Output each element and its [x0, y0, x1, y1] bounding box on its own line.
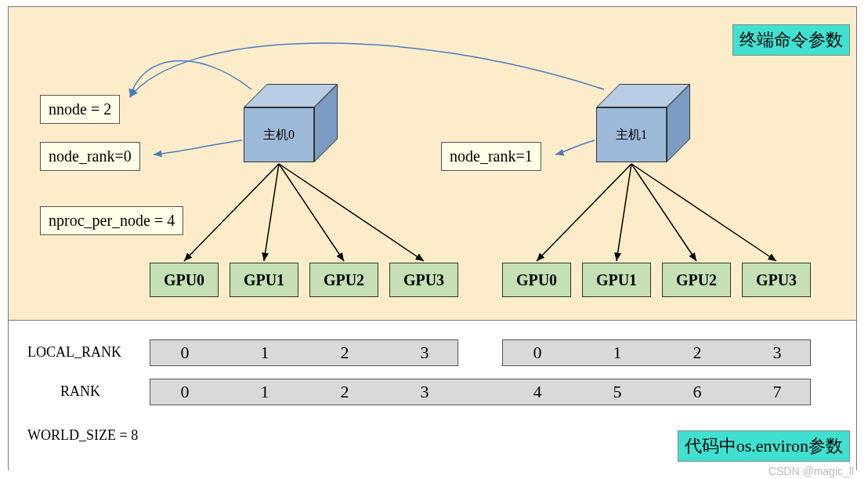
svg-line-2 [279, 164, 344, 261]
top-section: 终端命令参数 nnode = 2 node_rank=0 nproc_per_n… [9, 7, 856, 321]
host-0-label: 主机0 [244, 127, 314, 143]
rank-val: 5 [583, 382, 652, 402]
local-rank-bar-left: 0 1 2 3 [150, 339, 458, 366]
gpu-left-0: GPU0 [150, 263, 219, 297]
svg-line-0 [184, 164, 279, 261]
local-rank-val: 0 [503, 343, 572, 363]
local-rank-val: 0 [150, 343, 219, 363]
rank-val: 4 [503, 382, 572, 402]
svg-line-3 [279, 164, 424, 261]
local-rank-val: 2 [663, 343, 732, 363]
host-1-cube: 主机1 [596, 84, 690, 162]
rank-val: 7 [743, 382, 812, 402]
bottom-section: LOCAL_RANK RANK WORLD_SIZE = 8 0 1 2 3 0… [9, 321, 856, 471]
watermark: CSDN @magic_ll [769, 465, 854, 477]
gpu-right-2: GPU2 [662, 263, 731, 297]
label-world-size: WORLD_SIZE = 8 [27, 427, 138, 444]
rank-val: 0 [150, 382, 219, 402]
gpu-right-0: GPU0 [502, 263, 571, 297]
local-rank-val: 1 [583, 343, 652, 363]
gpu-left-1: GPU1 [230, 263, 298, 297]
badge-terminal-params: 终端命令参数 [732, 24, 850, 56]
host-1-label: 主机1 [596, 127, 667, 143]
local-rank-bar-right: 0 1 2 3 [502, 339, 811, 366]
svg-line-7 [631, 164, 776, 261]
rank-val: 1 [230, 382, 299, 402]
local-rank-val: 1 [230, 343, 299, 363]
gpu-right-3: GPU3 [742, 263, 811, 297]
badge-os-environ-params: 代码中os.environ参数 [678, 430, 850, 462]
param-nnode: nnode = 2 [40, 95, 120, 124]
gpu-right-1: GPU1 [582, 263, 651, 297]
param-nproc-per-node: nproc_per_node = 4 [40, 206, 183, 235]
local-rank-val: 3 [390, 343, 459, 363]
svg-line-1 [264, 164, 279, 261]
host-0-cube: 主机0 [244, 84, 338, 162]
rank-val: 6 [663, 382, 732, 402]
rank-bar: 0 1 2 3 4 5 6 7 [150, 379, 811, 405]
label-local-rank: LOCAL_RANK [27, 344, 121, 361]
param-node-rank-0: node_rank=0 [40, 142, 140, 171]
param-node-rank-1: node_rank=1 [441, 142, 541, 171]
svg-line-4 [537, 164, 631, 261]
local-rank-val: 3 [743, 343, 812, 363]
gpu-left-2: GPU2 [309, 263, 378, 297]
rank-val: 3 [390, 382, 459, 402]
label-rank: RANK [60, 383, 100, 400]
gpu-left-3: GPU3 [389, 263, 458, 297]
diagram-frame: 终端命令参数 nnode = 2 node_rank=0 nproc_per_n… [8, 6, 857, 470]
svg-line-6 [631, 164, 696, 261]
local-rank-val: 2 [310, 343, 379, 363]
svg-line-5 [617, 164, 631, 261]
rank-val: 2 [310, 382, 379, 402]
